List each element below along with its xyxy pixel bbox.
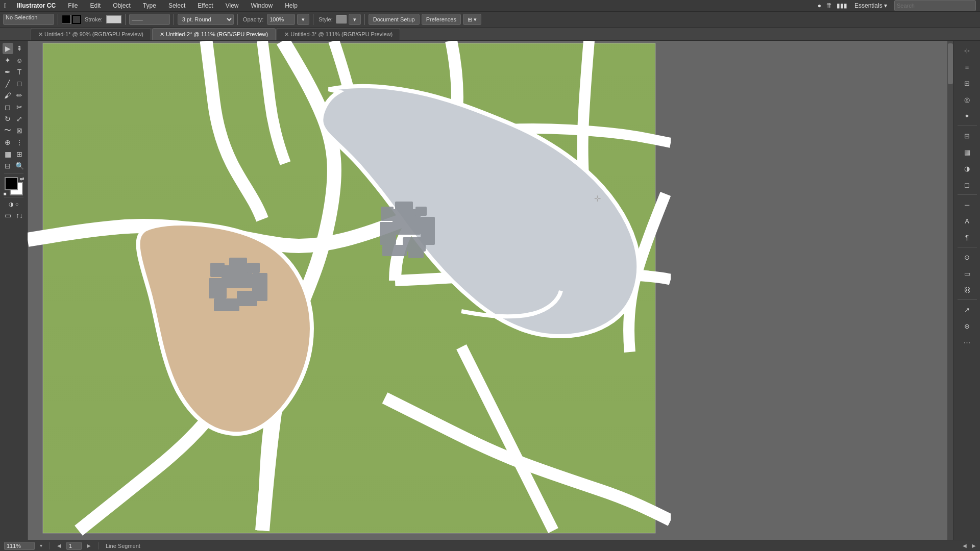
foreground-swatch[interactable]	[5, 177, 18, 190]
svg-rect-17	[395, 202, 413, 213]
svg-rect-19	[381, 207, 394, 221]
zoom-field[interactable]: 111%	[4, 542, 35, 550]
preferences-btn[interactable]: Preferences	[422, 14, 461, 25]
rpanel-sep3	[958, 247, 977, 247]
color-mode-btn[interactable]: ◑ ○	[5, 199, 23, 209]
direct-select-tool[interactable]: ⇞	[14, 43, 25, 54]
style-arrow[interactable]: ▾	[349, 14, 361, 25]
panel-appearance-btn[interactable]: ◎	[956, 92, 978, 107]
panel-export-btn[interactable]: ↗	[956, 302, 978, 317]
slice-tool[interactable]: ⊟	[3, 160, 13, 171]
svg-rect-20	[408, 249, 424, 258]
panel-pathfinder-btn[interactable]: ⊞	[956, 76, 978, 91]
v-scroll-thumb[interactable]	[948, 43, 953, 84]
menu-edit[interactable]: Edit	[88, 2, 103, 9]
slice-tools: ⊟ 🔍	[3, 160, 25, 171]
canvas-area[interactable]: ✛	[28, 41, 953, 540]
sep5	[313, 14, 313, 25]
essentials-btn[interactable]: Essentials ▾	[852, 2, 889, 9]
panel-misc-btn[interactable]: ⋯	[956, 335, 978, 350]
paintbrush-tool[interactable]: 🖌	[3, 90, 13, 101]
app-name[interactable]: Illustrator CC	[15, 2, 58, 9]
lasso-tool[interactable]: ⌾	[14, 55, 25, 66]
free-transform-tool[interactable]: ⊠	[14, 125, 25, 136]
tab-1[interactable]: ✕ Untitled-1* @ 90% (RGB/GPU Preview)	[31, 28, 151, 40]
panel-charater-btn[interactable]: A	[956, 213, 978, 229]
data-tool[interactable]: ⊞	[14, 148, 25, 160]
tab-1-label: ✕ Untitled-1* @ 90% (RGB/GPU Preview)	[38, 31, 143, 38]
apple-menu[interactable]: 	[4, 2, 7, 10]
panel-paragraph-btn[interactable]: ¶	[956, 230, 978, 245]
panel-transform-btn[interactable]: ⊹	[956, 43, 978, 58]
menu-view[interactable]: View	[224, 2, 241, 9]
menu-file[interactable]: File	[66, 2, 80, 9]
menu-help[interactable]: Help	[283, 2, 300, 9]
pencil-tool[interactable]: ✏	[14, 90, 25, 101]
panel-transparency-btn[interactable]: ◻	[956, 177, 978, 192]
stroke-options-select[interactable]: 3 pt. Round 1 pt. 2 pt.	[178, 14, 234, 25]
swatch-reset-icon[interactable]: ■	[4, 191, 7, 196]
scroll-left-arrow[interactable]: ◀	[963, 543, 967, 548]
search-input[interactable]	[894, 0, 976, 11]
screen-mode-btn[interactable]: ▭	[3, 210, 13, 221]
chart-tool[interactable]: ▦	[3, 148, 13, 160]
arrange-btn[interactable]: ⊞ ▾	[463, 14, 481, 25]
warp-tool[interactable]: 〜	[3, 125, 13, 136]
selection-tool[interactable]: ▶	[3, 43, 13, 54]
scissors-tool[interactable]: ✂	[14, 102, 25, 113]
eraser-tool[interactable]: ◻	[3, 102, 13, 113]
panel-layers-btn[interactable]: ⊙	[956, 249, 978, 265]
menu-type[interactable]: Type	[141, 2, 158, 9]
menu-effect[interactable]: Effect	[195, 2, 215, 9]
fg-bg-swatches: ■ ⇄	[5, 177, 23, 195]
toggle-btn[interactable]: ↑↓	[14, 210, 25, 221]
panel-brushes-btn[interactable]: ⊟	[956, 128, 978, 143]
vertical-scrollbar[interactable]	[947, 41, 953, 540]
panel-gradient-btn[interactable]: ◑	[956, 161, 978, 176]
tool-sep1	[4, 173, 23, 173]
shape-builder-tool[interactable]: ⊕	[3, 137, 13, 148]
magic-wand-tool[interactable]: ✦	[3, 55, 13, 66]
tab-3[interactable]: ✕ Untitled-3* @ 111% (RGB/GPU Preview)	[277, 28, 400, 40]
rotate-tool[interactable]: ↻	[3, 113, 13, 124]
page-field[interactable]: 1	[66, 542, 82, 550]
next-page-arrow[interactable]: ▶	[87, 543, 91, 548]
stroke-swatch[interactable]	[72, 15, 81, 24]
type-tool[interactable]: T	[14, 66, 25, 78]
chart-tools: ▦ ⊞	[3, 148, 25, 160]
stroke-color-box[interactable]	[106, 15, 121, 23]
panel-compass-btn[interactable]: ⊕	[956, 318, 978, 334]
doc-setup-btn[interactable]: Document Setup	[369, 14, 420, 25]
prev-page-arrow[interactable]: ◀	[57, 543, 61, 548]
left-toolbar: ▶ ⇞ ✦ ⌾ ✒ T ╱ □ 🖌 ✏ ◻ ✂ ↻ ⤢ 〜 ⊠	[0, 41, 28, 540]
panel-stroke-btn[interactable]: ─	[956, 197, 978, 212]
panel-links-btn[interactable]: ⛓	[956, 282, 978, 297]
zoom-tool[interactable]: 🔍	[14, 160, 25, 171]
menu-object[interactable]: Object	[111, 2, 133, 9]
tab-2[interactable]: ✕ Untitled-2* @ 111% (RGB/GPU Preview)	[152, 28, 276, 40]
gradient-mesh-tool[interactable]: ⋮	[14, 137, 25, 148]
svg-rect-13	[380, 222, 396, 245]
panel-swatches-btn[interactable]: ▦	[956, 144, 978, 160]
line-tool[interactable]: ╱	[3, 78, 13, 89]
sep2	[125, 14, 126, 25]
rotate-tools: ↻ ⤢	[3, 113, 25, 124]
panel-align-btn[interactable]: ≡	[956, 59, 978, 74]
swatch-swap-icon[interactable]: ⇄	[20, 176, 24, 182]
panel-symbols-btn[interactable]: ✦	[956, 108, 978, 123]
menu-select[interactable]: Select	[166, 2, 187, 9]
right-panel: ⊹ ≡ ⊞ ◎ ✦ ⊟ ▦ ◑ ◻ ─ A ¶ ⊙ ▭ ⛓ ↗ ⊕ ⋯	[953, 41, 980, 540]
opacity-label: Opacity:	[241, 16, 265, 22]
pen-tool[interactable]: ✒	[3, 66, 13, 78]
zoom-down-arrow[interactable]: ▾	[40, 543, 42, 548]
shape-tool[interactable]: □	[14, 78, 25, 89]
fill-swatch[interactable]	[62, 15, 71, 24]
style-box[interactable]	[336, 15, 347, 23]
opacity-arrow[interactable]: ▾	[297, 14, 309, 25]
scale-tool[interactable]: ⤢	[14, 113, 25, 124]
menu-window[interactable]: Window	[249, 2, 275, 9]
stroke-weight-field[interactable]	[129, 14, 170, 25]
opacity-field[interactable]: 100%	[267, 14, 295, 25]
scroll-right-arrow[interactable]: ▶	[972, 543, 976, 548]
panel-artboards-btn[interactable]: ▭	[956, 266, 978, 281]
